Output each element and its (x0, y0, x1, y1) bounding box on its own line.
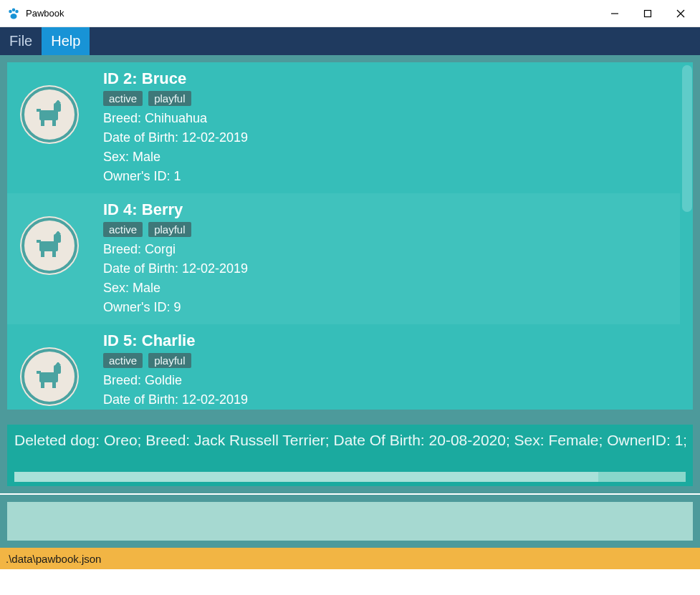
maximize-button[interactable] (631, 2, 664, 25)
svg-rect-24 (52, 381, 56, 388)
dog-sex: Sex: Male (103, 279, 686, 298)
svg-point-3 (11, 14, 17, 19)
dog-info: ID 2: BruceactiveplayfulBreed: Chihuahua… (103, 69, 686, 186)
svg-rect-13 (37, 109, 41, 112)
svg-rect-17 (41, 250, 44, 257)
paw-icon (6, 6, 21, 21)
svg-point-1 (12, 8, 16, 11)
svg-rect-5 (645, 10, 651, 16)
tag-row: activeplayful (103, 353, 686, 368)
window-controls (598, 2, 697, 25)
dog-title: ID 5: Charlie (103, 332, 686, 350)
dog-dob: Date of Birth: 12-02-2019 (103, 390, 686, 410)
tag-row: activeplayful (103, 222, 686, 237)
tag: active (103, 222, 143, 237)
dog-dob: Date of Birth: 12-02-2019 (103, 128, 686, 147)
status-message: Deleted dog: Oreo; Breed: Jack Russell T… (14, 432, 686, 449)
svg-rect-8 (39, 110, 58, 120)
dog-card[interactable]: ID 2: BruceactiveplayfulBreed: Chihuahua… (7, 62, 693, 193)
status-scrollbar-thumb[interactable] (14, 472, 598, 482)
dog-title: ID 2: Bruce (103, 69, 686, 88)
menu-help[interactable]: Help (42, 27, 90, 55)
svg-rect-15 (54, 234, 61, 243)
dog-card[interactable]: ID 5: CharlieactiveplayfulBreed: GoldieD… (7, 324, 693, 410)
command-input[interactable] (7, 502, 693, 541)
footer-path: .\data\pawbook.json (6, 553, 101, 565)
dog-breed: Breed: Chihuahua (103, 109, 686, 128)
close-button[interactable] (664, 2, 697, 25)
dog-info: ID 5: CharlieactiveplayfulBreed: GoldieD… (103, 332, 686, 410)
dog-list: ID 2: BruceactiveplayfulBreed: Chihuahua… (7, 62, 693, 410)
minimize-button[interactable] (598, 2, 631, 25)
svg-rect-23 (41, 381, 44, 388)
dog-title: ID 4: Berry (103, 200, 686, 219)
dog-breed: Breed: Goldie (103, 371, 686, 390)
svg-point-2 (15, 9, 19, 13)
dog-icon (32, 100, 67, 129)
tag: active (103, 353, 143, 368)
svg-point-0 (9, 9, 12, 13)
dog-avatar (20, 85, 79, 144)
svg-rect-11 (41, 119, 44, 126)
dog-owner-id: Owner's ID: 1 (103, 167, 686, 186)
svg-rect-9 (54, 103, 61, 112)
tag: active (103, 91, 143, 106)
menubar: File Help (0, 27, 700, 55)
dog-icon (32, 231, 67, 260)
titlebar: Pawbook (0, 0, 700, 27)
status-scrollbar-horizontal[interactable] (14, 472, 686, 482)
footer-bar: .\data\pawbook.json (0, 548, 700, 569)
main-panel: ID 2: BruceactiveplayfulBreed: Chihuahua… (0, 55, 700, 417)
dog-breed: Breed: Corgi (103, 240, 686, 259)
dog-card[interactable]: ID 4: BerryactiveplayfulBreed: CorgiDate… (7, 193, 693, 324)
menu-file[interactable]: File (0, 27, 42, 55)
scrollbar-thumb[interactable] (682, 65, 692, 212)
command-panel (0, 493, 700, 548)
window-title: Pawbook (26, 8, 64, 19)
dog-avatar (20, 216, 79, 275)
svg-rect-25 (37, 371, 41, 374)
status-panel: Deleted dog: Oreo; Breed: Jack Russell T… (7, 425, 693, 486)
svg-marker-16 (55, 231, 61, 234)
dog-icon (32, 362, 67, 391)
status-panel-wrap: Deleted dog: Oreo; Breed: Jack Russell T… (0, 417, 700, 493)
svg-rect-20 (39, 372, 58, 382)
svg-rect-21 (54, 365, 61, 374)
dog-sex: Sex: Male (103, 147, 686, 167)
svg-rect-18 (52, 250, 56, 257)
svg-marker-22 (55, 362, 61, 365)
dog-owner-id: Owner's ID: 9 (103, 298, 686, 317)
svg-marker-10 (55, 100, 61, 103)
svg-rect-12 (52, 119, 56, 126)
dog-dob: Date of Birth: 12-02-2019 (103, 259, 686, 279)
tag: playful (148, 222, 191, 237)
tag: playful (148, 353, 191, 368)
tag-row: activeplayful (103, 91, 686, 106)
svg-rect-19 (37, 240, 41, 243)
scrollbar-vertical[interactable] (680, 62, 693, 410)
svg-rect-14 (39, 241, 58, 251)
dog-info: ID 4: BerryactiveplayfulBreed: CorgiDate… (103, 200, 686, 317)
dog-avatar (20, 347, 79, 406)
tag: playful (148, 91, 191, 106)
